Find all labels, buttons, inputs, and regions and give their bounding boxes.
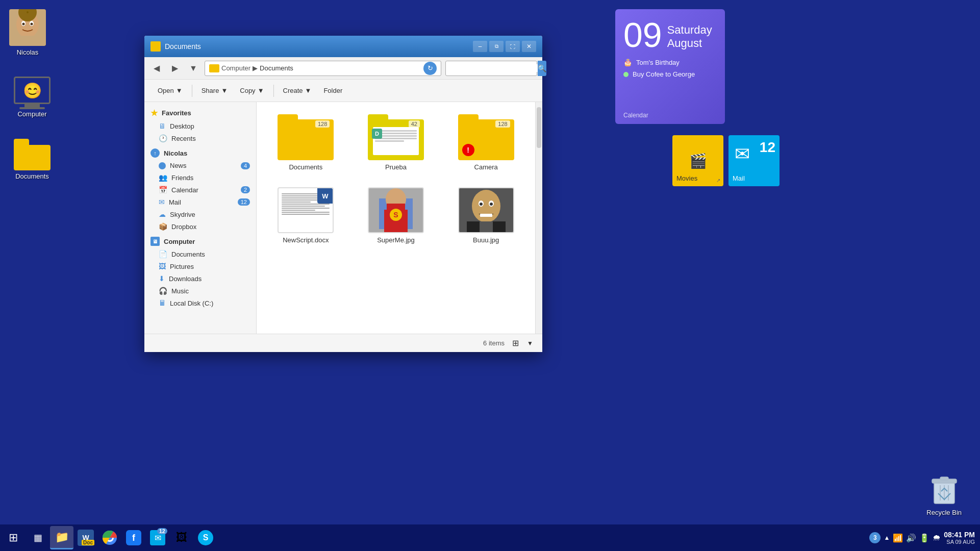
sidebar-header-nicolas[interactable]: ↑ Nicolas — [144, 146, 256, 160]
sidebar-item-mail[interactable]: ✉ Mail 12 — [144, 196, 256, 208]
sidebar-item-recents[interactable]: 🕐 Recents — [144, 132, 256, 144]
sidebar-item-documents[interactable]: 📄 Documents — [144, 248, 256, 260]
downloads-label: Downloads — [169, 275, 202, 283]
svg-point-18 — [472, 190, 500, 222]
favorites-star-icon: ★ — [150, 108, 158, 118]
file-item-camera[interactable]: 128 ! Camera — [445, 110, 527, 175]
skydrive-icon: ☁ — [159, 210, 166, 218]
file-explorer-taskbar-btn[interactable]: 📁 — [50, 526, 73, 549]
calendar-title-label: Calendar — [623, 112, 648, 119]
nicolas-section-icon: ↑ — [150, 148, 160, 158]
address-path[interactable]: Computer ▶ Documents ↻ — [205, 61, 441, 76]
movies-label: Movies — [676, 174, 697, 182]
skype-taskbar-btn[interactable]: S — [194, 526, 217, 549]
sidebar-item-news[interactable]: News 4 — [144, 160, 256, 171]
photos-taskbar-btn[interactable]: 🖼 — [170, 526, 193, 549]
superme-file-label: SuperMe.jpg — [377, 236, 415, 244]
sidebar-item-local-disk[interactable]: 🖩 Local Disk (C:) — [144, 297, 256, 309]
dropdown-btn[interactable]: ▼ — [186, 61, 200, 76]
window-restore-btn[interactable]: ⧉ — [489, 41, 504, 52]
sidebar-item-music[interactable]: 🎧 Music — [144, 285, 256, 297]
start-btn[interactable]: ⊞ — [1, 525, 26, 550]
tray-badge[interactable]: 3 — [869, 532, 881, 543]
newscript-file-label: NewScript.docx — [283, 236, 329, 244]
documents-label-sidebar: Documents — [171, 251, 205, 258]
birthday-icon: 🎂 — [623, 58, 632, 66]
scrollbar-thumb[interactable] — [537, 107, 541, 148]
camera-file-label: Camera — [474, 163, 498, 171]
file-item-buuu[interactable]: Buuu.jpg — [445, 183, 527, 248]
sidebar-item-desktop[interactable]: 🖥 Desktop — [144, 120, 256, 132]
recycle-bin[interactable]: Recycle Bin — [926, 472, 962, 516]
svg-rect-23 — [480, 214, 492, 217]
sidebar-item-downloads[interactable]: ⬇ Downloads — [144, 272, 256, 285]
sidebar-header-favorites[interactable]: ★ Favorites — [144, 106, 256, 120]
share-btn[interactable]: Share ▼ — [196, 83, 233, 99]
task-view-btn[interactable]: ▦ — [26, 526, 49, 549]
cofee-text: Buy Cofee to George — [633, 70, 695, 78]
file-item-superme[interactable]: S SuperMe.jpg — [355, 183, 437, 248]
address-bar: ◀ ▶ ▼ Computer ▶ Documents ↻ 🔍 — [144, 57, 542, 80]
prueba-file-label: Prueba — [385, 163, 407, 171]
copy-btn[interactable]: Copy ▼ — [235, 83, 269, 99]
file-item-prueba[interactable]: 42 D Prueba — [355, 110, 437, 175]
open-btn[interactable]: Open ▼ — [153, 83, 188, 99]
sidebar: ★ Favorites 🖥 Desktop 🕐 Recents ↑ Nicola… — [144, 102, 257, 334]
sidebar-item-dropbox[interactable]: 📦 Dropbox — [144, 220, 256, 233]
volume-icon[interactable]: 🔊 — [906, 533, 916, 543]
facebook-taskbar-btn[interactable]: f — [122, 526, 145, 549]
file-item-newscript[interactable]: W — [265, 183, 347, 248]
svg-point-21 — [480, 203, 483, 206]
calendar-label-sidebar: Calendar — [171, 186, 198, 194]
mail-envelope-icon: ✉ — [735, 143, 750, 165]
movies-tile[interactable]: 🎬 ↗ Movies — [672, 135, 723, 186]
search-btn[interactable]: 🔍 — [538, 61, 546, 76]
recycle-bin-label: Recycle Bin — [926, 509, 962, 516]
search-input[interactable] — [446, 64, 538, 72]
documents-desktop-icon[interactable]: Documents — [9, 139, 55, 180]
window-minimize-btn[interactable]: – — [473, 41, 487, 52]
calendar-day: 09 — [623, 17, 662, 52]
tray-time-display: 08:41 PM — [944, 531, 975, 539]
nicolas-avatar[interactable]: Nicolas — [9, 9, 46, 56]
weather-icon[interactable]: 🌧 — [933, 533, 941, 542]
sidebar-item-friends[interactable]: 👥 Friends — [144, 171, 256, 184]
svg-point-8 — [27, 11, 29, 13]
create-btn[interactable]: Create ▼ — [278, 83, 317, 99]
word-taskbar-btn[interactable]: Doc W — [74, 526, 97, 549]
calendar-icon: 📅 — [159, 186, 167, 194]
toolbar: Open ▼ Share ▼ Copy ▼ Create ▼ Folder — [144, 80, 542, 102]
wifi-icon[interactable]: 📶 — [893, 533, 903, 543]
view-grid-btn[interactable]: ⊞ — [509, 337, 522, 350]
file-item-documents[interactable]: 128 Documents — [265, 110, 347, 175]
window-close-btn[interactable]: ✕ — [522, 41, 536, 52]
sidebar-item-calendar[interactable]: 📅 Calendar 2 — [144, 184, 256, 196]
window-title-text: Documents — [165, 42, 473, 51]
chrome-taskbar-btn[interactable] — [98, 526, 121, 549]
calendar-widget[interactable]: 09 Saturday August 🎂 Tom's Birthday Buy … — [615, 9, 725, 124]
computer-desktop-icon[interactable]: 😊 Computer — [9, 77, 55, 118]
battery-icon[interactable]: 🔋 — [919, 533, 929, 543]
calendar-month: August — [667, 37, 712, 50]
back-btn[interactable]: ◀ — [149, 61, 164, 76]
system-tray: 3 ▲ 📶 🔊 🔋 🌧 08:41 PM SA 09 AUG — [869, 531, 979, 545]
view-dropdown-btn[interactable]: ▼ — [526, 337, 534, 350]
window-controls: – ⧉ ⛶ ✕ — [473, 41, 536, 52]
forward-btn[interactable]: ▶ — [168, 61, 182, 76]
calendar-event-cofee: Buy Cofee to George — [623, 70, 717, 78]
folder-btn[interactable]: Folder — [318, 83, 347, 99]
sidebar-item-skydrive[interactable]: ☁ Skydrive — [144, 208, 256, 220]
window-maximize-btn[interactable]: ⛶ — [506, 41, 520, 52]
mail-tile[interactable]: ✉ 12 Mail — [728, 135, 780, 186]
refresh-btn[interactable]: ↻ — [423, 62, 437, 75]
sidebar-header-computer[interactable]: 🖥 Computer — [144, 235, 256, 248]
local-disk-icon: 🖩 — [159, 299, 166, 307]
sidebar-section-favorites: ★ Favorites 🖥 Desktop 🕐 Recents — [144, 106, 256, 144]
right-scrollbar[interactable] — [535, 102, 542, 334]
mail-taskbar-btn[interactable]: ✉ 12 — [146, 526, 169, 549]
tray-expand-icon[interactable]: ▲ — [884, 534, 890, 541]
birthday-text: Tom's Birthday — [636, 59, 680, 66]
svg-rect-28 — [940, 477, 948, 480]
sidebar-item-pictures[interactable]: 🖼 Pictures — [144, 260, 256, 272]
tray-time[interactable]: 08:41 PM SA 09 AUG — [944, 531, 975, 545]
